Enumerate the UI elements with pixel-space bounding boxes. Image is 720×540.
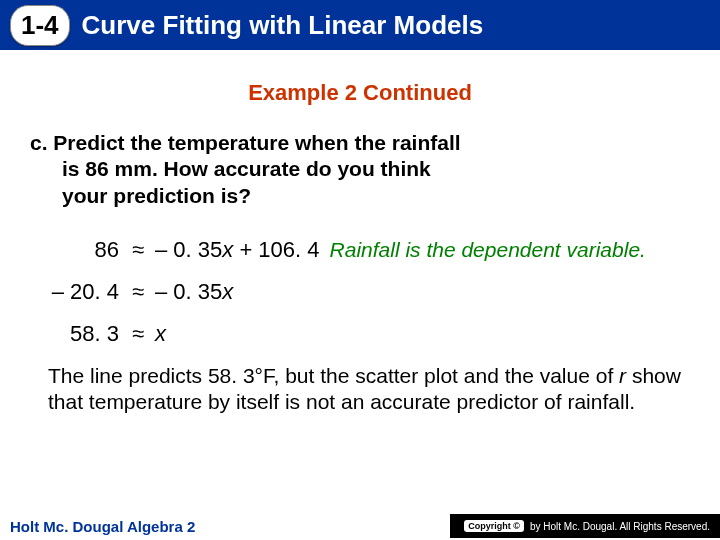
lesson-number-badge: 1-4 xyxy=(10,5,70,46)
header-bar: 1-4 Curve Fitting with Linear Models xyxy=(0,0,720,50)
footer: Holt Mc. Dougal Algebra 2 Copyright © by… xyxy=(0,512,720,540)
copyright-badge: Copyright © xyxy=(464,520,524,532)
work1-lhs: 86 xyxy=(30,237,125,263)
conclusion-part-a: The line predicts 58. 3°F, but the scatt… xyxy=(48,364,619,387)
question-line2: is 86 mm. How accurate do you think xyxy=(30,156,690,182)
work2-rhs: – 0. 35x xyxy=(151,279,233,305)
question-label: c. xyxy=(30,131,48,154)
work2-approx: ≈ xyxy=(125,279,151,305)
work1-const: + 106. 4 xyxy=(233,237,319,262)
question-text: c. Predict the temperature when the rain… xyxy=(30,130,690,209)
question-line3: your prediction is? xyxy=(30,183,690,209)
work1-note: Rainfall is the dependent variable. xyxy=(330,238,646,262)
work-step-1: 86 ≈ – 0. 35x + 106. 4 Rainfall is the d… xyxy=(30,237,690,263)
work2-x: x xyxy=(222,279,233,304)
slide-content: Example 2 Continued c. Predict the tempe… xyxy=(0,50,720,415)
work2-lhs: – 20. 4 xyxy=(30,279,125,305)
work1-rhs: – 0. 35x + 106. 4 xyxy=(151,237,320,263)
question-line1: Predict the temperature when the rainfal… xyxy=(53,131,460,154)
work-step-2: – 20. 4 ≈ – 0. 35x xyxy=(30,279,690,305)
work-step-3: 58. 3 ≈ x xyxy=(30,321,690,347)
work3-lhs: 58. 3 xyxy=(30,321,125,347)
work3-rhs: x xyxy=(151,321,166,347)
conclusion-text: The line predicts 58. 3°F, but the scatt… xyxy=(48,363,708,416)
footer-textbook: Holt Mc. Dougal Algebra 2 xyxy=(0,518,195,535)
work2-coef: – 0. 35 xyxy=(155,279,222,304)
work1-x: x xyxy=(222,237,233,262)
example-heading: Example 2 Continued xyxy=(30,80,690,106)
copyright-text: by Holt Mc. Dougal. All Rights Reserved. xyxy=(530,521,710,532)
work1-coef: – 0. 35 xyxy=(155,237,222,262)
work3-approx: ≈ xyxy=(125,321,151,347)
lesson-title: Curve Fitting with Linear Models xyxy=(82,10,484,41)
work1-approx: ≈ xyxy=(125,237,151,263)
footer-copyright: Copyright © by Holt Mc. Dougal. All Righ… xyxy=(450,514,720,538)
